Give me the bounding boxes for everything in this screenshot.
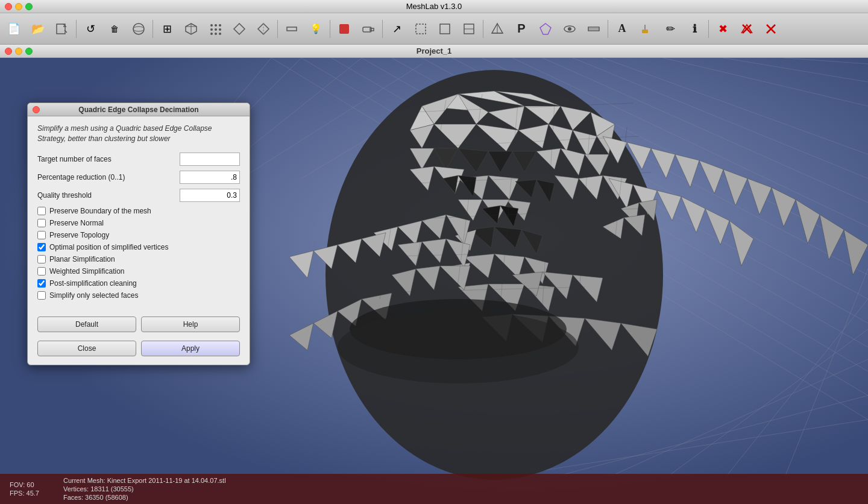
percentage-reduction-row: Percentage reduction (0..1) <box>37 171 240 184</box>
svg-point-12 <box>219 28 221 31</box>
default-button[interactable]: Default <box>37 317 136 332</box>
diamond-button[interactable] <box>534 17 557 40</box>
clear-button[interactable]: 🗑 <box>103 17 126 40</box>
planar-simplification-checkbox[interactable] <box>37 255 46 263</box>
target-faces-input[interactable] <box>180 153 240 166</box>
window-controls[interactable] <box>5 3 33 10</box>
vertices-info: Vertices: 18311 (30555) <box>63 485 226 493</box>
maximize-button[interactable] <box>25 3 33 10</box>
new-button[interactable]: 📄 <box>2 17 25 40</box>
percentage-reduction-input[interactable] <box>180 171 240 184</box>
main-toolbar: 📄 📂 ↺ 🗑 ⊞ 💡 ↗ P <box>0 13 868 45</box>
app-title: MeshLab v1.3.0 <box>406 2 462 11</box>
points-button[interactable] <box>204 17 227 40</box>
project-window-bar: Project_1 <box>0 45 868 58</box>
dialog-bottom-buttons: Close Apply <box>28 341 250 365</box>
measure-button[interactable] <box>582 17 605 40</box>
optimal-position-label: Optimal position of simplified vertices <box>49 243 168 251</box>
status-bar: FOV: 60 FPS: 45.7 Current Mesh: Kinect E… <box>0 474 868 504</box>
svg-point-8 <box>215 24 217 27</box>
preserve-normal-checkbox[interactable] <box>37 219 46 227</box>
quality-threshold-label: Quality threshold <box>37 191 180 200</box>
preserve-normal-row: Preserve Normal <box>37 219 240 227</box>
simplify-selected-checkbox[interactable] <box>37 291 46 300</box>
weighted-simplification-checkbox[interactable] <box>37 267 46 276</box>
dialog-description: Simplify a mesh using a Quadric based Ed… <box>37 124 240 144</box>
project-window-controls[interactable] <box>5 48 33 55</box>
brush-button[interactable]: ✏ <box>659 17 682 40</box>
rect-select-button[interactable] <box>409 17 432 40</box>
percentage-reduction-label: Percentage reduction (0..1) <box>37 173 180 181</box>
project-maximize-button[interactable] <box>25 48 33 55</box>
fov-display: FOV: 60 <box>10 481 39 488</box>
preserve-topology-row: Preserve Topology <box>37 231 240 239</box>
optimal-position-checkbox[interactable] <box>37 243 46 251</box>
gun-button[interactable] <box>357 17 380 40</box>
post-cleaning-checkbox[interactable] <box>37 279 46 288</box>
optimal-position-row: Optimal position of simplified vertices <box>37 243 240 251</box>
info-a-button[interactable]: A <box>611 17 634 40</box>
mesh-name: Current Mesh: Kinect Export 2011-11-19 a… <box>63 477 226 484</box>
info-i-button[interactable]: ℹ <box>683 17 706 40</box>
open-button[interactable]: 📂 <box>27 17 49 40</box>
bold-p-button[interactable]: P <box>510 17 533 40</box>
sphere-button[interactable] <box>127 17 150 40</box>
svg-point-11 <box>215 28 217 31</box>
delete2-button[interactable] <box>735 17 758 40</box>
paint-button[interactable] <box>635 17 658 40</box>
close-button[interactable]: Close <box>37 341 136 356</box>
faces-label: Faces: <box>63 494 83 501</box>
dialog-content: Simplify a mesh using a Quadric based Ed… <box>28 116 250 310</box>
mesh-select-button[interactable] <box>458 17 480 40</box>
faces-value: 36350 (58608) <box>85 494 128 501</box>
transform-button[interactable] <box>228 17 251 40</box>
preserve-boundary-checkbox[interactable] <box>37 207 46 215</box>
help-button[interactable]: Help <box>141 317 240 332</box>
flatten-button[interactable] <box>280 17 303 40</box>
fps-value: 45.7 <box>27 490 39 497</box>
project-close-button[interactable] <box>5 48 12 55</box>
minimize-button[interactable] <box>15 3 22 10</box>
delete3-button[interactable] <box>760 17 782 40</box>
dialog-title: Quadric Edge Collapse Decimation <box>78 106 198 114</box>
svg-point-9 <box>219 24 221 27</box>
light-button[interactable]: 💡 <box>304 17 327 40</box>
reload-button[interactable]: ↺ <box>79 17 102 40</box>
preserve-normal-label: Preserve Normal <box>49 219 104 227</box>
close-button[interactable] <box>5 3 12 10</box>
svg-rect-34 <box>642 30 648 33</box>
svg-point-31 <box>568 27 571 31</box>
quality-threshold-row: Quality threshold <box>37 189 240 202</box>
weighted-simplification-label: Weighted Simplification <box>49 267 125 276</box>
fov-label: FOV: <box>10 481 25 488</box>
mirror-button[interactable] <box>252 17 275 40</box>
preserve-boundary-row: Preserve Boundary of the mesh <box>37 207 240 215</box>
select-button[interactable]: ↗ <box>385 17 408 40</box>
project-title: Project_1 <box>417 46 452 55</box>
app-titlebar: MeshLab v1.3.0 <box>0 0 868 13</box>
toolbar-sep-5 <box>382 20 383 38</box>
quality-threshold-input[interactable] <box>180 189 240 202</box>
svg-point-2 <box>133 24 144 34</box>
preserve-topology-checkbox[interactable] <box>37 231 46 239</box>
weighted-simplification-row: Weighted Simplification <box>37 267 240 276</box>
color-red-button[interactable] <box>333 17 356 40</box>
project-minimize-button[interactable] <box>15 48 22 55</box>
dialog-close-button[interactable] <box>33 106 40 113</box>
eye-button[interactable] <box>558 17 581 40</box>
svg-rect-0 <box>57 24 65 34</box>
open-recent-button[interactable] <box>51 17 74 40</box>
svg-point-13 <box>210 33 213 35</box>
fps-label: FPS: <box>10 490 24 497</box>
toolbar-sep-2 <box>153 20 153 38</box>
target-faces-row: Target number of faces <box>37 153 240 166</box>
toolbar-sep-7 <box>608 20 608 38</box>
target-faces-label: Target number of faces <box>37 155 180 163</box>
layers-button[interactable]: ⊞ <box>156 17 178 40</box>
cube-button[interactable] <box>180 17 203 40</box>
svg-point-15 <box>219 33 221 35</box>
mesh-button[interactable] <box>486 17 509 40</box>
fill-select-button[interactable] <box>433 17 456 40</box>
delete1-button[interactable]: ✖ <box>711 17 734 40</box>
apply-button[interactable]: Apply <box>141 341 240 356</box>
